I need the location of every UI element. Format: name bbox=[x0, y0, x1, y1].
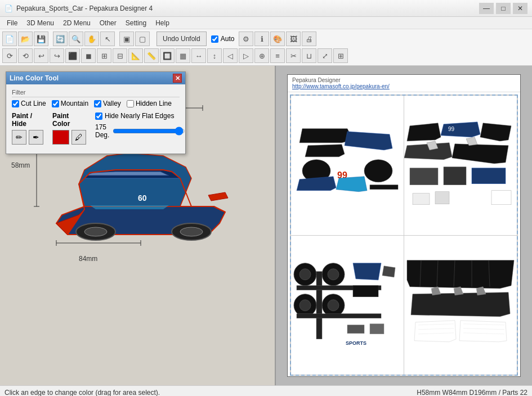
parts-svg-bottomleft: SPORTS bbox=[291, 236, 404, 375]
svg-marker-10 bbox=[79, 153, 191, 206]
color-picker-icon[interactable]: 🖊 bbox=[71, 130, 86, 145]
tb2-join[interactable]: ⊔ bbox=[302, 48, 316, 63]
tb-2d-toggle1[interactable]: ▣ bbox=[119, 32, 134, 46]
menu-file[interactable]: File bbox=[2, 17, 22, 29]
tb2-7[interactable]: ⊞ bbox=[97, 48, 111, 63]
degrees-label: 175 Deg. bbox=[95, 123, 109, 139]
tb-texture[interactable]: 🖼 bbox=[286, 32, 301, 46]
tb2-move2[interactable]: ▷ bbox=[239, 48, 253, 63]
maximize-button[interactable]: □ bbox=[496, 3, 511, 14]
tb2-6[interactable]: ◼ bbox=[81, 48, 96, 63]
svg-point-54 bbox=[328, 299, 339, 310]
close-button[interactable]: ✕ bbox=[513, 3, 527, 14]
degrees-slider[interactable] bbox=[113, 127, 185, 136]
svg-rect-55 bbox=[316, 271, 322, 339]
parts-svg-topleft: 99 bbox=[291, 96, 404, 235]
tb-3d-rotate[interactable]: 🔄 bbox=[53, 32, 68, 46]
svg-marker-60 bbox=[382, 266, 395, 277]
filter-valley-checkbox[interactable] bbox=[94, 100, 101, 107]
paper-quadrant-bottomright bbox=[404, 236, 517, 375]
tb-info[interactable]: ℹ bbox=[254, 32, 269, 46]
tb2-grid[interactable]: ⊞ bbox=[333, 48, 348, 63]
paper-header: Pepakura Designer http://www.tamasoft.co… bbox=[288, 75, 520, 92]
svg-rect-42 bbox=[472, 168, 506, 184]
svg-marker-32 bbox=[407, 123, 441, 141]
tb2-flip1[interactable]: ↔ bbox=[191, 48, 206, 63]
tb-new[interactable]: 📄 bbox=[2, 32, 17, 46]
main-area: Line Color Tool ✕ Filter Cut Line Mounta… bbox=[0, 66, 532, 385]
svg-marker-14 bbox=[208, 192, 228, 201]
toolbar-row2: ⟳ ⟲ ↩ ↪ ⬛ ◼ ⊞ ⊟ 📐 📏 🔲 ▦ ↔ ↕ ◁ ▷ ⊕ ≡ ✂ ⊔ … bbox=[2, 47, 530, 64]
status-left: Click an edge to change color (drag for … bbox=[5, 389, 160, 397]
tb-3d-select[interactable]: ↖ bbox=[100, 32, 115, 46]
tb2-4[interactable]: ↪ bbox=[50, 48, 64, 63]
filter-hiddenline-checkbox[interactable] bbox=[127, 100, 134, 107]
tb2-split[interactable]: ✂ bbox=[286, 48, 301, 63]
filter-mountain-checkbox[interactable] bbox=[52, 100, 59, 107]
menu-other[interactable]: Other bbox=[95, 17, 121, 29]
minimize-button[interactable]: — bbox=[479, 3, 494, 14]
hide-flat-section: Hide Nearly Flat Edges 175 Deg. bbox=[95, 112, 185, 139]
filter-hiddenline[interactable]: Hidden Line bbox=[127, 100, 172, 107]
menu-2d[interactable]: 2D Menu bbox=[59, 17, 95, 29]
filter-mountain[interactable]: Mountain bbox=[52, 100, 88, 107]
tb2-1[interactable]: ⟳ bbox=[2, 48, 17, 63]
tb2-12[interactable]: ▦ bbox=[176, 48, 190, 63]
paint-brush-icon[interactable]: ✏ bbox=[12, 130, 26, 145]
tb-print[interactable]: 🖨 bbox=[302, 32, 316, 46]
left-panel-3d: Line Color Tool ✕ Filter Cut Line Mounta… bbox=[0, 66, 276, 385]
parts-svg-bottomright bbox=[404, 236, 517, 375]
tb-3d-zoom[interactable]: 🔍 bbox=[69, 32, 83, 46]
tb2-move1[interactable]: ◁ bbox=[223, 48, 238, 63]
filter-valley[interactable]: Valley bbox=[94, 100, 121, 107]
svg-marker-65 bbox=[407, 260, 514, 288]
svg-point-50 bbox=[328, 268, 339, 280]
color-swatch[interactable] bbox=[52, 130, 69, 145]
filter-cutline-checkbox[interactable] bbox=[12, 100, 19, 107]
title-bar: 📄 Pepakura_Sports_Car - Pepakura Designe… bbox=[0, 0, 532, 17]
hide-brush-icon[interactable]: ✒ bbox=[29, 130, 43, 145]
dialog-body: Filter Cut Line Mountain Valley bbox=[6, 84, 185, 154]
tb-settings[interactable]: ⚙ bbox=[239, 32, 253, 46]
dim-height: 58mm bbox=[11, 161, 30, 169]
svg-point-26 bbox=[364, 160, 392, 182]
paint-color-section: Paint Color 🖊 bbox=[52, 112, 86, 145]
paint-hide-icons: ✏ ✒ bbox=[12, 130, 43, 145]
filter-cutline[interactable]: Cut Line bbox=[12, 100, 46, 107]
svg-rect-43 bbox=[413, 194, 430, 205]
tb2-9[interactable]: 📐 bbox=[128, 48, 143, 63]
tb2-8[interactable]: ⊟ bbox=[113, 48, 127, 63]
svg-rect-44 bbox=[435, 192, 449, 204]
menu-help[interactable]: Help bbox=[151, 17, 174, 29]
paper-quadrant-bottomleft: SPORTS bbox=[291, 236, 404, 375]
tb2-align[interactable]: ≡ bbox=[270, 48, 285, 63]
tb-color[interactable]: 🎨 bbox=[270, 32, 285, 46]
menu-3d[interactable]: 3D Menu bbox=[22, 17, 59, 29]
dialog-close-button[interactable]: ✕ bbox=[173, 74, 182, 83]
hide-flat-checkbox[interactable] bbox=[95, 112, 102, 120]
svg-rect-41 bbox=[444, 167, 466, 185]
paint-hide-label: Paint / Hide bbox=[12, 112, 43, 128]
tb2-arrange[interactable]: ⊕ bbox=[254, 48, 269, 63]
paper-quadrant-topleft: 99 bbox=[291, 96, 404, 235]
menu-setting[interactable]: Setting bbox=[121, 17, 151, 29]
auto-label: Auto bbox=[211, 35, 235, 43]
tb-3d-pan[interactable]: ✋ bbox=[84, 32, 99, 46]
tb-save[interactable]: 💾 bbox=[34, 32, 48, 46]
tb2-scale[interactable]: ⤢ bbox=[318, 48, 332, 63]
tb2-3[interactable]: ↩ bbox=[34, 48, 48, 63]
dim-depth: 84mm bbox=[79, 255, 97, 263]
tb2-5[interactable]: ⬛ bbox=[65, 48, 80, 63]
window-controls: — □ ✕ bbox=[479, 3, 527, 14]
svg-text:99: 99 bbox=[448, 126, 455, 132]
auto-checkbox[interactable] bbox=[211, 35, 218, 43]
undo-unfold-button[interactable]: Undo Unfold bbox=[157, 32, 207, 46]
paper-quadrant-topright: 99 bbox=[404, 96, 517, 235]
tb2-11[interactable]: 🔲 bbox=[160, 48, 175, 63]
tb-2d-toggle2[interactable]: ▢ bbox=[135, 32, 150, 46]
tb2-flip2[interactable]: ↕ bbox=[207, 48, 222, 63]
svg-marker-75 bbox=[414, 320, 456, 341]
tb2-10[interactable]: 📏 bbox=[144, 48, 159, 63]
tb2-2[interactable]: ⟲ bbox=[18, 48, 33, 63]
tb-open[interactable]: 📂 bbox=[18, 32, 33, 46]
